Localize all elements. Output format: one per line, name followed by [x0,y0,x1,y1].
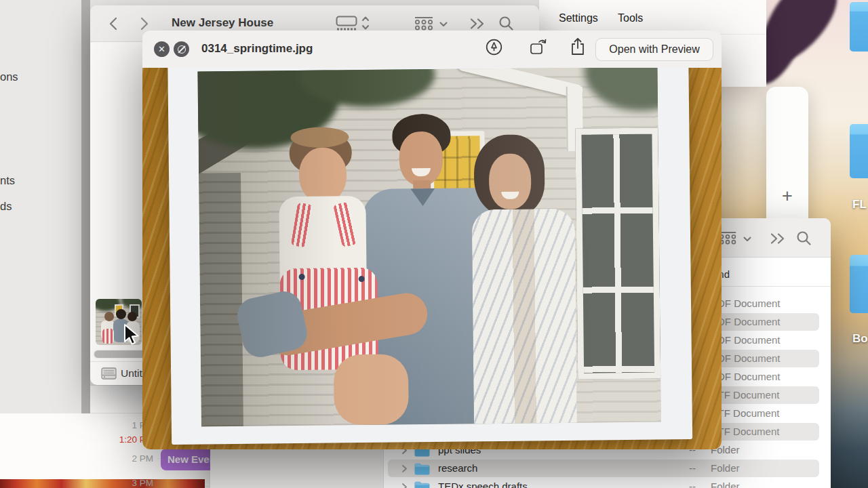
quicklook-window: ✕ 0314_springtime.jpg Open with Preview [142,30,722,449]
sidebar-item-fragment[interactable]: ds [0,200,12,213]
view-mode-icon[interactable] [336,16,357,30]
table-row[interactable]: TEDx speech drafts--Folder [210,478,831,488]
search-icon[interactable] [498,16,514,31]
disclosure-chevron-icon[interactable] [401,464,408,473]
open-with-preview-button[interactable]: Open with Preview [595,38,713,61]
quicklook-filename: 0314_springtime.jpg [201,42,313,56]
desktop-folder-label[interactable]: FL [852,198,867,211]
window-title: New Jersey House [172,16,273,30]
share-icon[interactable] [570,37,586,56]
forward-button[interactable] [140,17,149,30]
file-name[interactable]: TEDx speech drafts [438,481,528,488]
calendar-hour-label: 3 PM [102,478,153,488]
group-by-icon[interactable] [413,16,435,31]
scrollbar[interactable] [81,0,90,413]
file-size: -- [689,481,696,488]
table-row[interactable]: research--Folder [210,460,831,478]
rotate-icon[interactable] [529,39,547,56]
sidebar-item-fragment[interactable]: nts [0,174,15,187]
more-toolbar-icon[interactable] [470,18,485,30]
menu-item-tools[interactable]: Tools [618,12,643,24]
view-stepper-icon[interactable] [361,16,370,30]
file-kind: Folder [711,481,740,488]
folder-icon [414,481,430,488]
desktop-folder-icon[interactable] [850,255,868,313]
family-photo [197,68,660,427]
file-size: -- [689,462,696,474]
desktop-folder-icon[interactable] [850,2,868,52]
polaroid-photo-frame [167,68,692,445]
quicklook-content [142,68,722,449]
zoom-disabled-icon[interactable] [174,41,189,57]
sidebar-item-fragment[interactable]: ons [0,70,18,83]
desktop-folder-icon[interactable] [850,124,868,178]
back-button[interactable] [109,17,117,30]
mouse-cursor [123,323,141,346]
folder-icon [414,462,430,475]
file-name[interactable]: research [438,462,477,474]
quicklook-titlebar: ✕ 0314_springtime.jpg Open with Preview [142,30,722,68]
menu-item-settings[interactable]: Settings [559,12,598,24]
chevron-down-icon[interactable] [743,237,751,242]
background-window-sidebar: onsntsds [0,0,81,413]
disclosure-chevron-icon[interactable] [401,483,408,488]
calendar-hour-label: 2 PM [102,453,153,464]
desktop-folder-label[interactable]: Bo [852,332,868,346]
chevron-down-icon[interactable] [439,22,448,27]
search-icon[interactable] [796,230,812,246]
desktop-screen: FL Bo New Event 1 PM1:20 PM2 PM3 PM onsn… [0,0,868,488]
add-button[interactable]: + [766,186,808,207]
markup-icon[interactable] [486,39,502,56]
close-icon[interactable]: ✕ [154,41,170,57]
file-kind: Folder [711,462,740,474]
more-toolbar-icon[interactable] [770,232,785,245]
hard-drive-icon [101,367,117,380]
